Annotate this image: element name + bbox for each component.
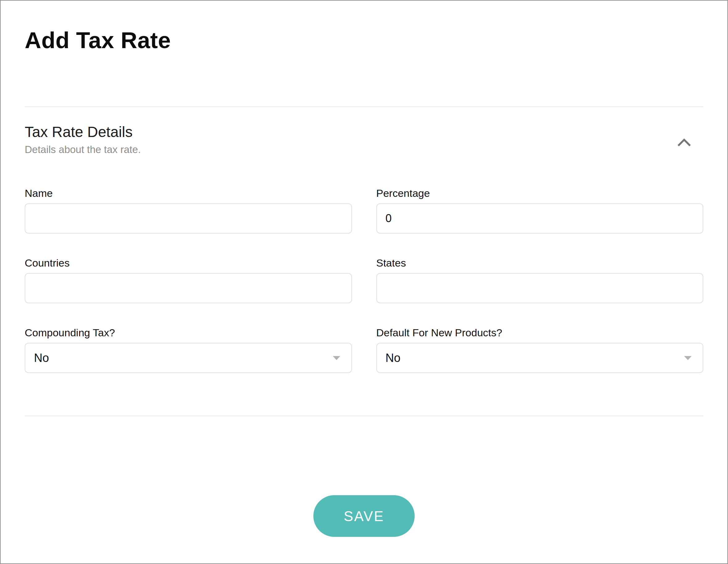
field-group-states: States [376, 257, 704, 303]
triangle-down-icon [333, 356, 340, 360]
section-subtitle: Details about the tax rate. [25, 144, 703, 156]
default-for-new-products-select[interactable]: No [376, 343, 704, 373]
page-title: Add Tax Rate [25, 29, 703, 52]
field-group-percentage: Percentage [376, 187, 704, 234]
compounding-tax-value: No [34, 351, 49, 365]
bottom-divider [25, 416, 703, 416]
countries-input[interactable] [25, 273, 352, 303]
field-group-countries: Countries [25, 257, 352, 303]
section-collapse-button[interactable] [676, 136, 693, 148]
chevron-up-icon [678, 138, 691, 146]
name-label: Name [25, 187, 352, 200]
name-input[interactable] [25, 203, 352, 234]
tax-rate-form: Name Percentage Countries States Compoun… [25, 187, 703, 373]
default-for-new-products-value: No [386, 351, 401, 365]
triangle-down-icon [684, 356, 692, 360]
compounding-tax-select[interactable]: No [25, 343, 352, 373]
compounding-tax-label: Compounding Tax? [25, 326, 352, 339]
field-group-name: Name [25, 187, 352, 234]
states-input[interactable] [376, 273, 704, 303]
top-divider [25, 107, 703, 107]
percentage-label: Percentage [376, 187, 704, 200]
save-button[interactable]: SAVE [313, 495, 415, 537]
add-tax-rate-page: Add Tax Rate Tax Rate Details Details ab… [1, 1, 727, 563]
section-title: Tax Rate Details [25, 123, 703, 141]
countries-label: Countries [25, 257, 352, 270]
default-for-new-products-label: Default For New Products? [376, 326, 704, 339]
field-group-default-for-new-products: Default For New Products? No [376, 326, 704, 373]
percentage-input[interactable] [376, 203, 704, 234]
form-actions: SAVE [25, 495, 703, 537]
states-label: States [376, 257, 704, 270]
section-header: Tax Rate Details Details about the tax r… [25, 123, 703, 156]
field-group-compounding-tax: Compounding Tax? No [25, 326, 352, 373]
